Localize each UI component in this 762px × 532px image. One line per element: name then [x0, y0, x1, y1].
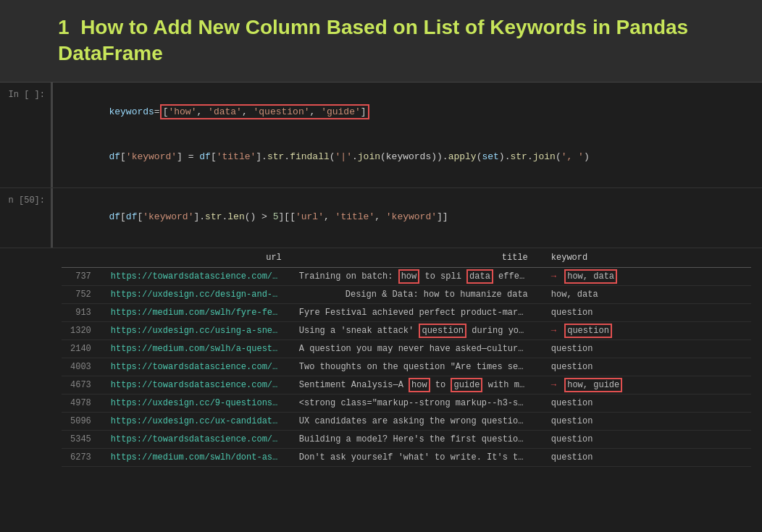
row-idx: 752 [62, 285, 102, 303]
table-row: 5096 https://uxdesign.cc/ux-candidates-a… [62, 412, 751, 430]
row-url: https://medium.com/swlh/dont-ask-yoursel… [102, 448, 290, 466]
title-keyword-how2: how [409, 378, 430, 392]
row-keyword: question [537, 394, 751, 412]
row-title: A question you may never have asked—cult… [290, 339, 537, 358]
keywords-list-highlight: ['how', 'data', 'question', 'guide'] [160, 104, 369, 119]
cell-2-content[interactable]: df[df['keyword'].str.len() > 5][['url', … [51, 188, 762, 248]
row-url: https://towardsdatascience.com/training-… [102, 267, 290, 285]
row-idx: 1320 [62, 321, 102, 339]
table-row: 5345 https://towardsdatascience.com/buil… [62, 430, 751, 448]
row-keyword: question [537, 412, 751, 430]
title-section: 1 How to Add New Column Based on List of… [0, 0, 762, 83]
table-wrapper: url title keyword 737 https://towardsdat… [0, 248, 762, 481]
col-header-title: title [290, 248, 537, 268]
row-idx: 5345 [62, 430, 102, 448]
title-keyword-question: question [419, 324, 466, 338]
row-url: https://medium.com/swlh/a-question-you-m… [102, 339, 290, 358]
row-idx: 4003 [62, 358, 102, 376]
row-title: Design & Data: how to humanize data [290, 285, 537, 303]
keyword-highlight: how, data [564, 269, 617, 284]
row-idx: 4673 [62, 376, 102, 394]
row-url: https://medium.com/swlh/fyre-festival-ac… [102, 303, 290, 321]
keyword-highlight: how, guide [564, 378, 622, 392]
code-line-1: keywords=['how', 'data', 'question', 'gu… [64, 90, 751, 135]
row-title: Training on batch: how to spli data effe… [290, 267, 537, 285]
table-row: 2140 https://medium.com/swlh/a-question-… [62, 339, 751, 358]
row-keyword: → how, guide [537, 376, 751, 394]
cell-1: In [ ]: keywords=['how', 'data', 'questi… [0, 83, 762, 188]
row-title: Don't ask yourself 'what' to write. It's… [290, 448, 537, 466]
row-url: https://towardsdatascience.com/building-… [102, 430, 290, 448]
row-title: Fyre Festival achieved perfect product-m… [290, 303, 537, 321]
col-header-keyword: keyword [537, 248, 751, 268]
table-row: 4673 https://towardsdatascience.com/sent… [62, 376, 751, 394]
row-title: Building a model? Here's the first quest… [290, 430, 537, 448]
row-url: https://uxdesign.cc/design-and-data-how-… [102, 285, 290, 303]
row-idx: 4978 [62, 394, 102, 412]
table-row: 913 https://medium.com/swlh/fyre-festiva… [62, 303, 751, 321]
row-url: https://uxdesign.cc/9-questions-to-help-… [102, 394, 290, 412]
table-row: 737 https://towardsdatascience.com/train… [62, 267, 751, 285]
cell-1-content[interactable]: keywords=['how', 'data', 'question', 'gu… [51, 83, 762, 187]
table-row: 4978 https://uxdesign.cc/9-questions-to-… [62, 394, 751, 412]
col-header-idx [62, 248, 102, 268]
row-idx: 737 [62, 267, 102, 285]
row-title: Two thoughts on the question "Are times … [290, 358, 537, 376]
title-keyword-data: data [466, 269, 493, 284]
table-row: 4003 https://towardsdatascience.com/some… [62, 358, 751, 376]
row-url: https://towardsdatascience.com/some-thou… [102, 358, 290, 376]
row-title: <strong class="markup--strong markup--h3… [290, 394, 537, 412]
cell-2: n [50]: df[df['keyword'].str.len() > 5][… [0, 188, 762, 248]
row-keyword: question [537, 430, 751, 448]
row-url: https://uxdesign.cc/using-a-sneak-attack… [102, 321, 290, 339]
title-keyword-how: how [398, 269, 420, 284]
notebook-container: 1 How to Add New Column Based on List of… [0, 0, 762, 481]
col-header-url: url [102, 248, 290, 268]
cell-1-label: In [ ]: [0, 83, 51, 107]
title-text: How to Add New Column Based on List of K… [58, 16, 688, 64]
row-idx: 5096 [62, 412, 102, 430]
code-keywords-var: keywords [109, 106, 154, 117]
row-keyword: how, data [537, 285, 751, 303]
row-keyword: question [537, 303, 751, 321]
row-idx: 913 [62, 303, 102, 321]
notebook-title: 1 How to Add New Column Based on List of… [58, 14, 740, 67]
output-section: url title keyword 737 https://towardsdat… [0, 248, 762, 481]
row-title: Sentiment Analysis—A how to guide with m… [290, 376, 537, 394]
arrow-icon: → [551, 380, 556, 390]
row-keyword: question [537, 448, 751, 466]
row-idx: 6273 [62, 448, 102, 466]
title-keyword-guide: guide [451, 378, 482, 392]
row-title: Using a 'sneak attack' question during y… [290, 321, 537, 339]
arrow-icon: → [551, 271, 556, 282]
keyword-highlight: question [564, 324, 612, 338]
code-line-2: df['keyword'] = df['title'].str.findall(… [64, 135, 751, 180]
code-line-3: df[df['keyword'].str.len() > 5][['url', … [64, 195, 751, 240]
arrow-icon: → [551, 326, 556, 336]
row-idx: 2140 [62, 339, 102, 358]
row-url: https://towardsdatascience.com/sentiment… [102, 376, 290, 394]
row-title: UX candidates are asking the wrong quest… [290, 412, 537, 430]
table-row: 6273 https://medium.com/swlh/dont-ask-yo… [62, 448, 751, 466]
row-keyword: → how, data [537, 267, 751, 285]
data-table: url title keyword 737 https://towardsdat… [62, 248, 751, 467]
row-keyword: question [537, 339, 751, 358]
row-keyword: → question [537, 321, 751, 339]
table-row: 752 https://uxdesign.cc/design-and-data-… [62, 285, 751, 303]
row-keyword: question [537, 358, 751, 376]
title-number: 1 [58, 16, 70, 38]
table-row: 1320 https://uxdesign.cc/using-a-sneak-a… [62, 321, 751, 339]
row-url: https://uxdesign.cc/ux-candidates-are-as… [102, 412, 290, 430]
cell-2-label: n [50]: [0, 188, 51, 213]
